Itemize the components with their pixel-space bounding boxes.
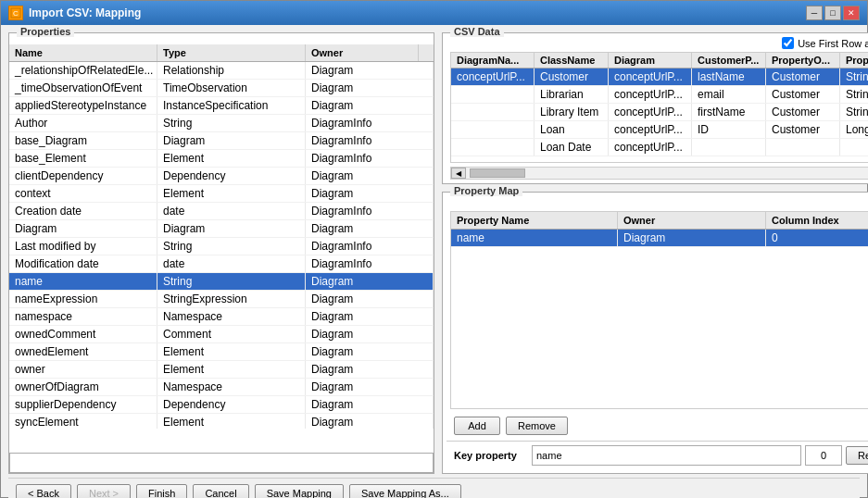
save-mapping-as-button[interactable]: Save Mapping As...	[349, 484, 461, 498]
table-row[interactable]: syncElement Element Diagram	[9, 414, 434, 429]
key-property-label: Key property	[454, 450, 528, 461]
table-row[interactable]: appliedStereotypeInstance InstanceSpecif…	[9, 97, 434, 115]
table-row[interactable]: base_Diagram Diagram DiagramInfo	[9, 132, 434, 150]
header-owner: Owner	[306, 44, 419, 61]
table-row[interactable]: clientDependency Dependency Diagram	[9, 168, 434, 185]
csv-data-label: CSV Data	[450, 26, 504, 37]
csv-row[interactable]: conceptUrlP... Customer conceptUrlP... l…	[451, 68, 868, 86]
add-remove-row: Add Remove	[447, 413, 868, 439]
properties-group: Properties Name Type Owner _relationship…	[8, 32, 434, 474]
property-map-label: Property Map	[450, 185, 522, 196]
table-row[interactable]: _relationshipOfRelatedEle... Relationshi…	[9, 62, 434, 80]
minimize-button[interactable]: ─	[806, 6, 823, 20]
left-panel: Properties Name Type Owner _relationship…	[8, 32, 434, 474]
header-type: Type	[157, 44, 306, 61]
properties-table-header: Name Type Owner	[9, 44, 434, 62]
title-bar: C Import CSV: Mapping ─ □ ✕	[1, 1, 867, 25]
property-map-body[interactable]: name Diagram 0	[451, 230, 868, 405]
next-button[interactable]: Next >	[77, 484, 131, 498]
key-property-row: Key property Remove	[447, 441, 868, 469]
table-row[interactable]: Author String DiagramInfo	[9, 115, 434, 132]
main-window: C Import CSV: Mapping ─ □ ✕ Properties N…	[0, 0, 868, 498]
key-remove-button[interactable]: Remove	[846, 446, 868, 465]
csv-table-header: DiagramNa... ClassName Diagram CustomerP…	[451, 53, 868, 68]
main-row: Properties Name Type Owner _relationship…	[8, 32, 860, 474]
table-row[interactable]: Last modified by String DiagramInfo	[9, 238, 434, 255]
csv-row[interactable]: Loan Date conceptUrlP...	[451, 139, 868, 156]
use-first-row-label[interactable]: Use First Row as Header	[782, 37, 868, 49]
table-row[interactable]: Creation date date DiagramInfo	[9, 203, 434, 220]
properties-label: Properties	[17, 26, 74, 37]
table-row-selected[interactable]: name String Diagram	[9, 273, 434, 291]
properties-table-body[interactable]: _relationshipOfRelatedEle... Relationshi…	[9, 62, 434, 429]
back-button[interactable]: < Back	[16, 484, 71, 498]
table-row[interactable]: Diagram Diagram Diagram	[9, 220, 434, 238]
table-row[interactable]: Modification date date DiagramInfo	[9, 255, 434, 273]
property-map-table-container: Property Name Owner Column Index name Di…	[450, 211, 868, 409]
key-property-input[interactable]	[532, 445, 801, 466]
table-row[interactable]: supplierDependency Dependency Diagram	[9, 396, 434, 414]
header-name: Name	[9, 44, 157, 61]
content-area: Properties Name Type Owner _relationship…	[1, 25, 867, 498]
table-row[interactable]: owner Element Diagram	[9, 361, 434, 379]
table-row[interactable]: namespace Namespace Diagram	[9, 308, 434, 326]
properties-search-input[interactable]	[9, 453, 434, 473]
property-map-group: Property Map Property Name Owner Column …	[442, 192, 868, 474]
scroll-left-btn[interactable]: ◀	[451, 168, 466, 179]
properties-table-wrapper: _relationshipOfRelatedEle... Relationshi…	[9, 62, 434, 449]
table-row[interactable]: _timeObservationOfEvent TimeObservation …	[9, 80, 434, 97]
table-row[interactable]: ownedComment Comment Diagram	[9, 326, 434, 343]
table-row[interactable]: ownerOfDiagram Namespace Diagram	[9, 379, 434, 396]
csv-row[interactable]: Librarian conceptUrlP... email Customer …	[451, 86, 868, 104]
finish-button[interactable]: Finish	[136, 484, 187, 498]
csv-row[interactable]: Loan conceptUrlP... ID Customer Long	[451, 121, 868, 139]
csv-table-body[interactable]: conceptUrlP... Customer conceptUrlP... l…	[451, 68, 868, 159]
svg-text:C: C	[13, 9, 19, 18]
remove-button[interactable]: Remove	[506, 417, 568, 435]
csv-table-container: DiagramNa... ClassName Diagram CustomerP…	[450, 52, 868, 163]
window-icon: C	[8, 6, 23, 20]
save-mapping-button[interactable]: Save Mapping	[255, 484, 344, 498]
close-button[interactable]: ✕	[843, 6, 860, 20]
right-panel: CSV Data Use First Row as Header Diagram…	[442, 32, 868, 474]
use-first-row-checkbox[interactable]	[782, 37, 794, 49]
add-button[interactable]: Add	[454, 417, 500, 435]
cancel-button[interactable]: Cancel	[193, 484, 248, 498]
title-bar-left: C Import CSV: Mapping	[8, 6, 141, 20]
property-map-row[interactable]: name Diagram 0	[451, 230, 868, 247]
maximize-button[interactable]: □	[824, 6, 841, 20]
title-controls: ─ □ ✕	[806, 6, 860, 20]
table-row[interactable]: context Element Diagram	[9, 185, 434, 203]
table-row[interactable]: ownedElement Element Diagram	[9, 343, 434, 361]
h-scrollbar-thumb[interactable]	[470, 168, 525, 178]
window-title: Import CSV: Mapping	[29, 6, 141, 19]
csv-data-group: CSV Data Use First Row as Header Diagram…	[442, 32, 868, 184]
table-row[interactable]: base_Element Element DiagramInfo	[9, 150, 434, 168]
footer-row: < Back Next > Finish Cancel Save Mapping…	[8, 478, 860, 498]
table-row[interactable]: nameExpression StringExpression Diagram	[9, 291, 434, 308]
key-property-index[interactable]	[805, 445, 842, 466]
property-map-header: Property Name Owner Column Index	[451, 212, 868, 230]
csv-row[interactable]: Library Item conceptUrlP... firstName Cu…	[451, 104, 868, 121]
